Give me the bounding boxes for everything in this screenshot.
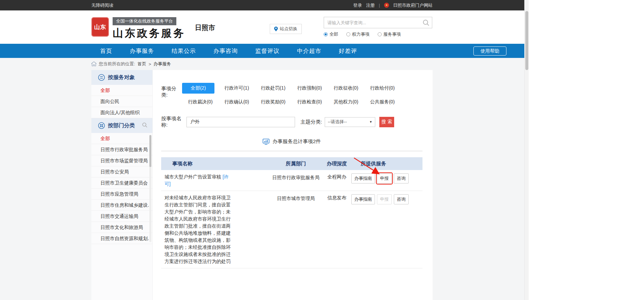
header-item-name: 事项名称	[161, 161, 268, 167]
national-emblem-icon: ★	[384, 3, 389, 8]
city-name: 日照市	[195, 23, 215, 32]
result-summary-text: 办事服务总计事项2件	[272, 138, 321, 145]
nav-item-agency-market[interactable]: 中介超市	[288, 47, 330, 55]
topic-select[interactable]: --请选择-- ▼	[325, 117, 375, 127]
service-target-icon	[98, 74, 105, 81]
table-row: 城市大型户外广告设置审核[许可] 日照市行政审批服务局 全程网办 办事指南 申报…	[161, 170, 422, 191]
sidebar-target-legal-person[interactable]: 面向法人/其他组织	[91, 107, 152, 118]
tab-other-power[interactable]: 其他权力(0)	[328, 97, 364, 107]
category-label: 事项分类:	[161, 83, 182, 107]
scope-radio-service-items[interactable]: 服务事项	[378, 31, 401, 37]
department-list-scrollbar-thumb[interactable]	[149, 135, 151, 167]
site-header: 山东 全国一体化在线政务服务平台 山东政务服务 日照市 站点切换	[0, 10, 529, 44]
nav-item-review[interactable]: 好差评	[330, 47, 366, 55]
sidebar-target-citizen[interactable]: 面向公民	[91, 96, 152, 107]
nav-item-home[interactable]: 首页	[91, 47, 121, 55]
sidebar-dept-health[interactable]: 日照市卫生健康委员会	[91, 177, 152, 189]
scope-label: 全部	[329, 31, 338, 37]
search-button[interactable]: 搜 索	[379, 117, 394, 127]
tab-levy[interactable]: 行政征收(0)	[328, 83, 364, 94]
tab-inspection[interactable]: 行政检查(0)	[291, 97, 328, 107]
sidebar-dept-emergency[interactable]: 日照市应急管理局	[91, 189, 152, 200]
platform-badge: 全国一体化在线政务服务平台	[113, 17, 176, 25]
topic-select-value: --请选择--	[328, 119, 347, 125]
sidebar-dept-market-regulation[interactable]: 日照市市场监督管理局	[91, 155, 152, 166]
register-link[interactable]: 注册	[366, 2, 375, 8]
portal-link[interactable]: 日照市政府门户网站	[393, 2, 433, 8]
item-name-label: 按事项名称:	[161, 115, 186, 128]
sidebar-dept-housing[interactable]: 日照市住房和城乡建设...	[91, 200, 152, 211]
caret-down-icon: ▼	[369, 120, 372, 124]
tab-penalty[interactable]: 行政处罚(1)	[255, 83, 291, 94]
tab-license[interactable]: 行政许可(1)	[218, 83, 255, 94]
nav-item-supervision[interactable]: 监督评议	[246, 47, 288, 55]
name-filter-row: 按事项名称: 主题分类: --请选择-- ▼ 搜 索	[161, 115, 422, 128]
department-header: 按部门分类	[91, 118, 152, 133]
table-row: 对未经城市人民政府市容环境卫生行政主管部门同意，擅自设置大型户外广告，影响市容的…	[161, 191, 422, 268]
breadcrumb: 您当前所在的位置: 首页 > 办事服务	[91, 58, 433, 70]
main-navigation: 首页 办事服务 结果公示 办事咨询 监督评议 中介超市 好差评 使用帮助	[0, 44, 529, 58]
login-link[interactable]: 登录	[353, 2, 362, 8]
tab-all[interactable]: 全部(2)	[182, 83, 214, 94]
top-utility-bar: 无障碍阅读 登录 注册 | ★ 日照市政府门户网站	[0, 0, 529, 10]
nav-item-services[interactable]: 办事服务	[121, 47, 163, 55]
sidebar-target-all[interactable]: 全部	[91, 85, 152, 96]
nav-item-consult[interactable]: 办事咨询	[205, 47, 246, 55]
result-summary: 办事服务总计事项2件	[161, 138, 422, 145]
nav-item-results[interactable]: 结果公示	[163, 47, 205, 55]
radio-selected-icon	[324, 32, 328, 36]
tab-public-service[interactable]: 公共服务(0)	[364, 97, 401, 107]
scope-radio-all[interactable]: 全部	[324, 31, 338, 37]
sidebar-dept-public-security[interactable]: 日照市公安局	[91, 166, 152, 177]
guide-button[interactable]: 办事指南	[351, 194, 375, 204]
accessibility-link[interactable]: 无障碍阅读	[91, 2, 113, 8]
help-button[interactable]: 使用帮助	[473, 46, 506, 56]
divider	[161, 151, 422, 151]
header-services: 所提供服务	[350, 161, 422, 167]
apply-button[interactable]: 申报	[377, 173, 392, 184]
topic-label: 主题分类:	[300, 119, 322, 125]
tab-adjudication[interactable]: 行政裁决(0)	[182, 97, 218, 107]
department-title: 按部门分类	[108, 122, 135, 129]
tab-reward[interactable]: 行政奖励(0)	[255, 97, 291, 107]
breadcrumb-separator: >	[149, 62, 151, 67]
sidebar-dept-all[interactable]: 全部	[91, 133, 152, 144]
sidebar-dept-culture-tourism[interactable]: 日照市文化和旅游局	[91, 222, 152, 233]
consult-button[interactable]: 咨询	[394, 173, 409, 184]
chart-icon	[263, 139, 269, 145]
tab-coercion[interactable]: 行政强制(0)	[291, 83, 328, 94]
department-icon	[98, 122, 105, 129]
department-search-icon[interactable]	[142, 122, 148, 129]
scope-radio-power-items[interactable]: 权力事项	[346, 31, 370, 37]
breadcrumb-prefix: 您当前所在的位置:	[99, 61, 135, 67]
category-tabs: 全部(2) 行政许可(1) 行政处罚(1) 行政强制(0) 行政征收(0) 行政…	[182, 83, 401, 107]
home-icon	[91, 62, 96, 66]
sidebar-dept-natural-resources[interactable]: 日照市自然资源和规划...	[91, 233, 152, 244]
guide-button[interactable]: 办事指南	[351, 173, 375, 184]
service-target-title: 按服务对象	[108, 74, 135, 81]
item-name-input[interactable]	[186, 117, 295, 127]
radio-icon	[346, 32, 350, 36]
page-scrollbar-thumb[interactable]	[525, 11, 528, 70]
item-actions: 办事指南 申报 咨询	[350, 194, 422, 204]
item-name: 对未经城市人民政府市容环境卫生行政主管部门同意，擅自设置大型户外广告，影响市容的…	[165, 195, 231, 264]
item-department: 日照市城市管理局	[268, 194, 324, 202]
sidebar-dept-transport[interactable]: 日照市交通运输局	[91, 211, 152, 222]
page-body: 您当前所在的位置: 首页 > 办事服务 按服务对象 全部 面向公民	[0, 58, 529, 300]
page-scrollbar[interactable]	[524, 0, 529, 300]
keyword-search-input[interactable]	[324, 17, 432, 28]
sidebar-dept-administrative-approval[interactable]: 日照市行政审批服务局	[91, 144, 152, 155]
breadcrumb-home[interactable]: 首页	[138, 61, 146, 67]
consult-button[interactable]: 咨询	[394, 194, 409, 204]
search-icon[interactable]	[422, 19, 430, 28]
site-switch-button[interactable]: 站点切换	[270, 24, 302, 34]
tab-confirmation[interactable]: 行政确认(0)	[218, 97, 255, 107]
keyword-search-area: 全部 权力事项 服务事项	[324, 17, 432, 37]
site-logo[interactable]: 山东 全国一体化在线政务服务平台 山东政务服务	[91, 17, 185, 40]
department-list-scrollbar[interactable]	[149, 135, 151, 242]
tab-payment[interactable]: 行政给付(0)	[364, 83, 401, 94]
radio-icon	[378, 32, 382, 36]
header-department: 所属部门	[268, 161, 324, 167]
item-depth: 全程网办	[324, 173, 350, 180]
scope-label: 服务事项	[383, 31, 401, 37]
